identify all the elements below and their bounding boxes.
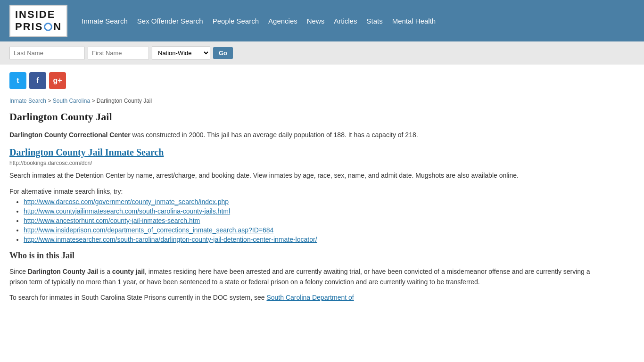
- nav-agencies[interactable]: Agencies: [268, 17, 297, 25]
- nav-inmate-search[interactable]: Inmate Search: [82, 17, 128, 25]
- go-button[interactable]: Go: [213, 47, 233, 59]
- search-bar: Nation-WideAlabamaAlaskaArizonaArkansasC…: [0, 41, 644, 65]
- scope-select[interactable]: Nation-WideAlabamaAlaskaArizonaArkansasC…: [152, 46, 210, 60]
- alt-link-4[interactable]: http://www.insideprison.com/departments_…: [24, 226, 273, 234]
- google-plus-icon[interactable]: g+: [49, 72, 66, 89]
- list-item: http://www.darcosc.com/government/county…: [24, 198, 594, 206]
- who-heading: Who is in this Jail: [9, 251, 594, 261]
- inmate-search-heading: Darlington County Jail Inmate Search: [9, 147, 594, 158]
- list-item: http://www.insideprison.com/departments_…: [24, 226, 594, 234]
- who-text1: is a: [98, 268, 112, 275]
- breadcrumb-sep1: >: [48, 98, 52, 104]
- twitter-icon[interactable]: t: [9, 72, 26, 89]
- intro-text: was constructed in 2000. This jail has a…: [131, 131, 418, 139]
- logo-prison-text: PRISN: [15, 21, 62, 33]
- logo-o-icon: [44, 23, 52, 31]
- list-item: http://www.ancestorhunt.com/county-jail-…: [24, 217, 594, 224]
- nav-sex-offender-search[interactable]: Sex Offender Search: [137, 17, 203, 25]
- breadcrumb-sep2: >: [91, 98, 96, 104]
- alt-link-1[interactable]: http://www.darcosc.com/government/county…: [24, 198, 229, 206]
- breadcrumb-south-carolina[interactable]: South Carolina: [53, 98, 90, 104]
- intro-paragraph: Darlington County Correctional Center wa…: [9, 130, 594, 140]
- alt-links-list: http://www.darcosc.com/government/county…: [24, 198, 594, 243]
- nav-articles[interactable]: Articles: [334, 17, 357, 25]
- nav-stats[interactable]: Stats: [366, 17, 382, 25]
- nav-news[interactable]: News: [307, 17, 325, 25]
- who-text3: To search for inmates in South Carolina …: [9, 294, 266, 301]
- breadcrumb-inmate-search[interactable]: Inmate Search: [9, 98, 46, 104]
- nav-mental-health[interactable]: Mental Health: [392, 17, 436, 25]
- alt-link-3[interactable]: http://www.ancestorhunt.com/county-jail-…: [24, 217, 200, 224]
- main-content: Inmate Search > South Carolina > Darling…: [0, 93, 603, 321]
- alt-link-5[interactable]: http://www.inmatesearcher.com/south-caro…: [24, 236, 317, 243]
- header: INSIDE PRISN Inmate Search Sex Offender …: [0, 0, 644, 41]
- search-description: Search inmates at the Detention Center b…: [9, 170, 594, 181]
- inmate-search-link[interactable]: Darlington County Jail Inmate Search: [9, 147, 164, 157]
- alt-links-intro: For alternative inmate search links, try…: [9, 188, 594, 195]
- breadcrumb: Inmate Search > South Carolina > Darling…: [9, 98, 594, 104]
- list-item: http://www.countyjailinmatesearch.com/so…: [24, 207, 594, 215]
- who-bold1: Darlington County Jail: [28, 268, 98, 275]
- nav-people-search[interactable]: People Search: [213, 17, 259, 25]
- logo-inside-text: INSIDE: [15, 8, 62, 21]
- list-item: http://www.inmatesearcher.com/south-caro…: [24, 236, 594, 243]
- who-bold2: county jail: [112, 268, 145, 275]
- page-title: Darlington County Jail: [9, 111, 594, 123]
- who-sc-link[interactable]: South Carolina Department of: [266, 294, 354, 301]
- section-url: http://bookings.darcosc.com/dcn/: [9, 160, 594, 166]
- who-paragraph: Since Darlington County Jail is a county…: [9, 266, 594, 288]
- main-nav: Inmate Search Sex Offender Search People…: [82, 17, 436, 25]
- breadcrumb-current: Darlington County Jail: [97, 98, 152, 104]
- who-text-since: Since: [9, 268, 28, 275]
- who-paragraph-2: To search for inmates in South Carolina …: [9, 292, 594, 303]
- facebook-icon[interactable]: f: [29, 72, 46, 89]
- last-name-input[interactable]: [9, 47, 85, 59]
- alt-link-2[interactable]: http://www.countyjailinmatesearch.com/so…: [24, 207, 230, 215]
- social-icons: t f g+: [0, 65, 644, 93]
- logo[interactable]: INSIDE PRISN: [9, 5, 67, 37]
- first-name-input[interactable]: [88, 47, 149, 59]
- facility-name-bold: Darlington County Correctional Center: [9, 131, 131, 139]
